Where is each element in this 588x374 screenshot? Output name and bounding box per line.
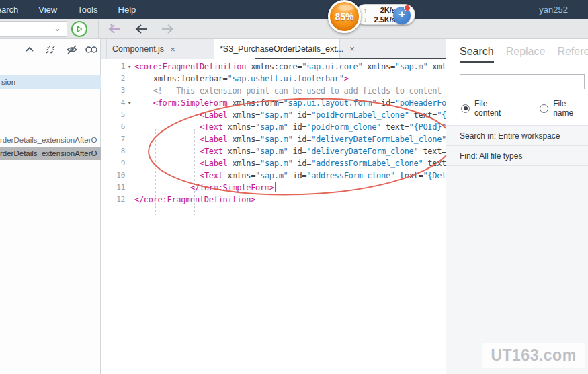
line-number: 10 <box>101 170 125 182</box>
line-number: 6 <box>101 121 125 133</box>
line-number: 7 <box>101 133 125 145</box>
search-in-tree-button[interactable] <box>85 44 98 55</box>
line-number: 8 <box>101 145 125 157</box>
line-number: 9 <box>101 157 125 170</box>
code-line[interactable]: 12</core:FragmentDefinition> <box>101 194 446 206</box>
collapse-button[interactable] <box>24 44 35 55</box>
radio-selected-icon <box>461 104 470 113</box>
line-number: 12 <box>101 194 125 206</box>
sidebar: sion rderDetails_extensionAfterO rderDet… <box>0 39 101 374</box>
fold-spacer <box>125 133 134 145</box>
radio-file-content[interactable]: File content <box>461 99 515 118</box>
chevron-up-icon <box>24 44 35 55</box>
fold-caret-icon[interactable]: ▾ <box>125 97 134 109</box>
editor-tab-strip: Component.js × *S3_PurchaseOrderDetails_… <box>101 39 446 59</box>
fold-caret-icon[interactable]: ▾ <box>125 61 134 73</box>
line-number: 1 <box>101 61 125 73</box>
tab-search[interactable]: Search <box>460 46 494 63</box>
radio-file-name[interactable]: File name <box>540 99 588 118</box>
fold-spacer <box>125 145 134 157</box>
code-text: xmlns:footerbar="sap.ushell.ui.footerbar… <box>134 73 446 85</box>
search-panel: Search Replace References File content F… <box>446 39 588 374</box>
chevron-down-icon: ⌄ <box>54 23 61 33</box>
tab-references[interactable]: References <box>557 46 588 63</box>
search-input[interactable] <box>460 74 585 89</box>
play-icon <box>75 25 83 33</box>
indent-guide <box>155 129 156 215</box>
fold-spacer <box>125 109 134 121</box>
tree-item-extension[interactable]: sion <box>0 75 101 89</box>
menu-item-search[interactable]: Search <box>0 5 18 15</box>
download-speed: 2.5K/s <box>371 15 396 24</box>
code-line[interactable]: 7 <Label xmlns="sap.m" id="deliveryDateF… <box>101 133 446 145</box>
code-line[interactable]: 3 <!-- This extension point can be used … <box>101 85 446 97</box>
radio-label: File name <box>553 99 588 118</box>
fold-spacer <box>125 85 134 97</box>
code-text: <Label xmlns="sap.m" id="poIdFormLabel_c… <box>134 109 446 121</box>
menu-item-tools[interactable]: Tools <box>77 5 97 15</box>
code-text: <form:SimpleForm xmlns:form="sap.ui.layo… <box>134 97 446 109</box>
code-text: <core:FragmentDefinition xmlns:core="sap… <box>134 61 446 73</box>
code-line[interactable]: 8 <Text xmlns="sap.m" id="deliveryDateFo… <box>101 145 446 157</box>
fold-spacer <box>125 194 134 206</box>
run-button[interactable] <box>71 21 87 37</box>
code-line[interactable]: 10 <Text xmlns="sap.m" id="addressForm_c… <box>101 170 446 182</box>
watermark: UT163.com <box>482 343 585 368</box>
code-text: <Text xmlns="sap.m" id="poIdForm_clone" … <box>134 121 446 133</box>
run-configuration-dropdown[interactable]: ⌄ <box>0 21 67 37</box>
filter-search-in[interactable]: Search in: Entire workspace <box>446 126 588 146</box>
notification-dot <box>404 5 411 11</box>
back-arrow-icon <box>133 22 149 36</box>
fold-spacer <box>125 182 134 194</box>
download-overlay: ↑ 2K/s ↓ 2.5K/s + 85% <box>328 0 417 34</box>
tree-item-extension-after-2[interactable]: rderDetails_extensionAfterO <box>0 147 101 160</box>
code-line[interactable]: 1▾<core:FragmentDefinition xmlns:core="s… <box>101 61 446 73</box>
eye-slash-icon <box>66 44 78 55</box>
line-number: 5 <box>101 109 125 121</box>
code-line[interactable]: 2 xmlns:footerbar="sap.ushell.ui.footerb… <box>101 73 446 85</box>
user-name[interactable]: yan252 <box>539 5 568 15</box>
download-arrow-icon: ↓ <box>364 16 371 24</box>
toolbar-divider <box>98 20 99 38</box>
menu-item-help[interactable]: Help <box>118 5 136 15</box>
code-text: <Label xmlns="sap.m" id="addressFormLabe… <box>134 157 446 170</box>
search-panel-tabs: Search Replace References <box>460 46 588 63</box>
code-text: <Text xmlns="sap.m" id="addressForm_clon… <box>134 170 446 182</box>
tab-purchase-order-details[interactable]: *S3_PurchaseOrderDetails_ext... × <box>214 39 340 59</box>
indent-guide <box>175 129 175 215</box>
text-cursor <box>275 182 276 192</box>
code-line[interactable]: 9 <Label xmlns="sap.m" id="addressFormLa… <box>101 157 446 170</box>
indent-guide <box>194 129 195 215</box>
filter-find[interactable]: Find: All file types <box>446 146 588 166</box>
tab-label: Component.js <box>112 44 164 54</box>
progress-percent: 85% <box>335 11 353 22</box>
network-speeds: ↑ 2K/s ↓ 2.5K/s <box>364 5 396 24</box>
broken-link-icon <box>44 44 56 55</box>
navigate-forward-button[interactable] <box>160 22 176 36</box>
search-filters: Search in: Entire workspace Find: All fi… <box>446 125 588 166</box>
line-number: 3 <box>101 85 125 97</box>
code-line[interactable]: 6 <Text xmlns="sap.m" id="poIdForm_clone… <box>101 121 446 133</box>
hide-button[interactable] <box>66 44 78 55</box>
navigate-back-button[interactable] <box>133 22 149 36</box>
unlink-button[interactable] <box>44 44 56 55</box>
fold-spacer <box>125 157 134 170</box>
code-line[interactable]: 4▾ <form:SimpleForm xmlns:form="sap.ui.l… <box>101 97 446 109</box>
line-number: 2 <box>101 73 125 85</box>
menu-item-view[interactable]: View <box>38 5 57 15</box>
line-number: 11 <box>101 182 125 194</box>
upload-arrow-icon: ↑ <box>364 7 371 14</box>
code-line[interactable]: 11 </form:SimpleForm> <box>101 182 446 194</box>
code-line[interactable]: 5 <Label xmlns="sap.m" id="poIdFormLabel… <box>101 109 446 121</box>
close-icon[interactable]: × <box>170 44 175 54</box>
tree-item-extension-after-1[interactable]: rderDetails_extensionAfterO <box>0 133 101 147</box>
progress-badge[interactable]: 85% <box>328 0 361 33</box>
tab-replace[interactable]: Replace <box>506 46 546 63</box>
toolbar: ⌄ <box>0 19 588 39</box>
last-edit-location-button[interactable] <box>106 22 122 36</box>
radio-label: File content <box>474 99 515 118</box>
code-editor: Component.js × *S3_PurchaseOrderDetails_… <box>101 39 446 374</box>
tab-component-js[interactable]: Component.js × <box>106 39 181 59</box>
forward-arrow-icon <box>160 22 176 36</box>
close-icon[interactable]: × <box>349 44 355 54</box>
